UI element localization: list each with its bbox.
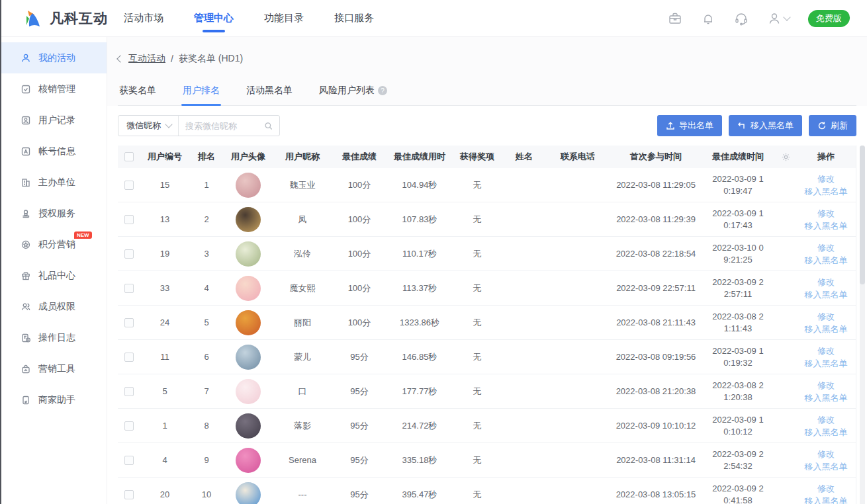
nav-feature-catalog[interactable]: 功能目录 — [264, 0, 304, 36]
toolbar: 微信昵称 导出名单 移入黑名单 — [118, 115, 856, 136]
row-checkbox[interactable] — [124, 421, 134, 431]
row-checkbox[interactable] — [124, 456, 134, 465]
sidebar-item-member-permissions[interactable]: 成员权限 — [1, 291, 107, 322]
breadcrumb-current: 获奖名单 (HD1) — [179, 53, 243, 65]
help-icon[interactable]: ? — [378, 86, 387, 95]
nickname: 落影 — [273, 420, 332, 432]
sidebar-item-user-records[interactable]: 用户记录 — [1, 105, 107, 136]
prize: 无 — [453, 317, 502, 329]
search-input[interactable] — [185, 121, 264, 131]
nav-api-services[interactable]: 接口服务 — [334, 0, 374, 36]
sidebar-item-merchant-assistant[interactable]: 商家助手 — [1, 384, 107, 415]
nickname: 丽阳 — [273, 317, 332, 329]
move-to-blacklist-link[interactable]: 移入黑名单 — [805, 426, 848, 439]
edit-link[interactable]: 修改 — [817, 482, 835, 495]
best-score: 100分 — [332, 248, 387, 260]
avatar — [236, 379, 261, 404]
select-all-checkbox[interactable] — [124, 152, 134, 161]
vertical-scrollbar[interactable] — [860, 146, 865, 504]
sidebar-item-gift-center[interactable]: 礼品中心 — [1, 260, 107, 291]
prize: 无 — [453, 489, 502, 501]
edit-link[interactable]: 修改 — [817, 310, 835, 323]
move-to-blacklist-button[interactable]: 移入黑名单 — [729, 115, 802, 136]
best-score-time: 2022-03-09 2 2:54:32 — [703, 448, 773, 472]
app-logo[interactable]: 凡科互动 — [1, 9, 124, 28]
first-participation-time: 2022-03-08 22:18:54 — [609, 248, 703, 260]
prize: 无 — [453, 386, 502, 398]
table-body: 15 1 魏玉业 100分 104.94秒 无 2022-03-08 11:29… — [118, 168, 856, 504]
edit-link[interactable]: 修改 — [817, 207, 835, 220]
row-checkbox[interactable] — [124, 249, 134, 259]
column-settings-gear-icon[interactable] — [781, 152, 791, 162]
free-version-badge[interactable]: 免费版 — [807, 10, 851, 27]
rank: 3 — [189, 248, 224, 260]
filter-type-select[interactable]: 微信昵称 — [118, 116, 179, 136]
move-to-blacklist-link[interactable]: 移入黑名单 — [805, 220, 848, 232]
gift-icon — [21, 271, 31, 281]
move-to-blacklist-link[interactable]: 移入黑名单 — [805, 323, 848, 335]
move-to-blacklist-link[interactable]: 移入黑名单 — [805, 495, 848, 504]
edit-link[interactable]: 修改 — [817, 413, 835, 426]
table-row: 20 10 --- 95分 395.47秒 无 2022-03-08 13:05… — [118, 478, 856, 504]
sidebar-item-verification[interactable]: 核销管理 — [1, 73, 107, 105]
table-row: 33 4 魔女熙 100分 113.37秒 无 2022-03-09 22:57… — [118, 271, 856, 306]
tab-winner-list[interactable]: 获奖名单 — [118, 81, 158, 105]
user-id: 20 — [140, 489, 189, 501]
breadcrumb: 互动活动 / 获奖名单 (HD1) — [118, 53, 856, 65]
new-badge: NEW — [74, 231, 92, 239]
breadcrumb-parent-link[interactable]: 互动活动 — [128, 53, 165, 65]
user-id: 5 — [140, 386, 189, 398]
row-checkbox[interactable] — [124, 353, 134, 362]
table-header: 用户编号 排名 用户头像 用户昵称 最佳成绩 最佳成绩用时 获得奖项 姓名 联系… — [118, 146, 856, 168]
edit-link[interactable]: 修改 — [817, 276, 835, 288]
tab-risk-users[interactable]: 风险用户列表 ? — [318, 81, 388, 105]
row-checkbox[interactable] — [124, 318, 134, 327]
row-checkbox[interactable] — [124, 181, 134, 190]
chevron-down-icon — [165, 120, 172, 128]
nav-management-center[interactable]: 管理中心 — [194, 0, 234, 36]
tab-user-ranking[interactable]: 用户排名 — [181, 81, 221, 105]
back-arrow-icon[interactable] — [116, 55, 124, 62]
scrollbar-thumb[interactable] — [860, 146, 865, 284]
user-menu[interactable] — [767, 11, 790, 26]
move-to-blacklist-link[interactable]: 移入黑名单 — [805, 392, 848, 404]
best-score-time: 2022-03-09 1 0:19:32 — [703, 345, 773, 369]
table-row: 1 8 落影 95分 214.72秒 无 2022-03-09 10:10:12… — [118, 409, 856, 443]
sidebar-item-auth-service[interactable]: 授权服务 — [1, 198, 107, 229]
user-id: 19 — [140, 248, 189, 260]
row-checkbox[interactable] — [124, 387, 134, 396]
move-to-blacklist-link[interactable]: 移入黑名单 — [805, 254, 848, 267]
edit-link[interactable]: 修改 — [817, 241, 835, 254]
headset-icon[interactable] — [734, 11, 749, 26]
row-checkbox[interactable] — [124, 490, 134, 499]
row-checkbox[interactable] — [124, 215, 134, 224]
edit-link[interactable]: 修改 — [817, 448, 835, 460]
sidebar-item-marketing-tools[interactable]: 营销工具 — [1, 353, 107, 384]
best-score: 95分 — [332, 420, 387, 432]
export-list-button[interactable]: 导出名单 — [657, 115, 722, 136]
move-to-blacklist-link[interactable]: 移入黑名单 — [805, 460, 848, 473]
edit-link[interactable]: 修改 — [817, 379, 835, 392]
sidebar-item-my-activities[interactable]: 我的活动 — [1, 42, 107, 73]
sidebar-item-account-info[interactable]: 帐号信息 — [1, 136, 107, 167]
move-icon — [737, 121, 747, 130]
move-to-blacklist-link[interactable]: 移入黑名单 — [805, 185, 848, 198]
sidebar-item-operation-logs[interactable]: 操作日志 — [1, 322, 107, 353]
prize: 无 — [453, 179, 502, 191]
edit-link[interactable]: 修改 — [817, 173, 835, 185]
user-icon — [767, 11, 782, 26]
ranking-table: 用户编号 排名 用户头像 用户昵称 最佳成绩 最佳成绩用时 获得奖项 姓名 联系… — [118, 146, 856, 504]
move-to-blacklist-link[interactable]: 移入黑名单 — [805, 357, 848, 370]
briefcase-icon[interactable] — [668, 11, 682, 26]
row-checkbox[interactable] — [124, 284, 134, 293]
move-to-blacklist-link[interactable]: 移入黑名单 — [805, 288, 848, 301]
refresh-button[interactable]: 刷新 — [809, 115, 856, 136]
table-row: 15 1 魏玉业 100分 104.94秒 无 2022-03-08 11:29… — [118, 168, 856, 202]
bell-icon[interactable] — [701, 11, 715, 26]
search-icon[interactable] — [264, 121, 273, 131]
tab-activity-blacklist[interactable]: 活动黑名单 — [245, 81, 294, 105]
nav-activity-market[interactable]: 活动市场 — [124, 0, 163, 36]
sidebar-item-organizer[interactable]: 主办单位 — [1, 167, 107, 198]
sidebar-item-points-marketing[interactable]: 积分营销 NEW — [1, 229, 107, 260]
edit-link[interactable]: 修改 — [817, 345, 835, 357]
